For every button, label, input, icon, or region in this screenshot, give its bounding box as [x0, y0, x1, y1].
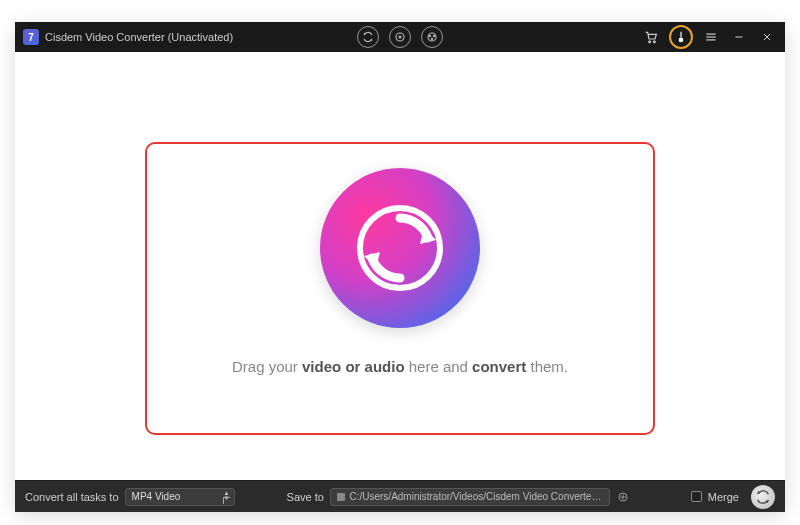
drop-text-bold2: convert [472, 358, 526, 375]
minimize-button[interactable] [729, 27, 749, 47]
content-area: Drag your video or audio here and conver… [15, 52, 785, 480]
select-caret-icon: ▲▼ [224, 491, 230, 501]
svg-point-8 [679, 38, 683, 42]
download-tab-icon[interactable] [421, 26, 443, 48]
app-window: 7 Cisdem Video Converter (Unactivated) [15, 22, 785, 512]
convert-all-label: Convert all tasks to [25, 491, 119, 503]
disc-tab-icon[interactable] [389, 26, 411, 48]
output-path-value: C:/Users/Administrator/Videos/Cisdem Vid… [349, 491, 602, 502]
preferences-highlight [669, 25, 693, 49]
dropzone-text: Drag your video or audio here and conver… [232, 358, 568, 375]
titlebar: 7 Cisdem Video Converter (Unactivated) [15, 22, 785, 52]
svg-point-4 [433, 35, 434, 36]
merge-checkbox[interactable] [691, 491, 702, 502]
close-button[interactable] [757, 27, 777, 47]
start-convert-button[interactable] [751, 485, 775, 509]
open-folder-button[interactable] [616, 490, 630, 504]
drop-text-mid: here and [405, 358, 473, 375]
bottombar: Convert all tasks to MP4 Video ▲▼ Save t… [15, 480, 785, 512]
thermometer-icon[interactable] [673, 29, 689, 45]
menu-icon[interactable] [701, 27, 721, 47]
svg-point-5 [431, 38, 432, 39]
merge-label: Merge [708, 491, 739, 503]
mode-tabs [357, 26, 443, 48]
window-title: Cisdem Video Converter (Unactivated) [45, 31, 233, 43]
app-icon: 7 [23, 29, 39, 45]
dropzone[interactable]: Drag your video or audio here and conver… [232, 158, 568, 375]
svg-point-7 [653, 41, 655, 43]
drop-text-prefix: Drag your [232, 358, 302, 375]
svg-point-1 [399, 36, 401, 38]
folder-icon [337, 493, 346, 501]
window-controls [641, 25, 777, 49]
output-path-field[interactable]: C:/Users/Administrator/Videos/Cisdem Vid… [330, 488, 610, 506]
output-format-select[interactable]: MP4 Video ▲▼ [125, 488, 235, 506]
save-to-label: Save to [287, 491, 324, 503]
cart-icon[interactable] [641, 27, 661, 47]
output-format-value: MP4 Video [132, 491, 181, 502]
drop-text-bold1: video or audio [302, 358, 405, 375]
svg-point-6 [649, 41, 651, 43]
convert-circle-icon [320, 168, 480, 328]
svg-point-0 [396, 33, 404, 41]
drop-text-suffix: them. [526, 358, 568, 375]
convert-tab-icon[interactable] [357, 26, 379, 48]
svg-point-3 [429, 35, 430, 36]
